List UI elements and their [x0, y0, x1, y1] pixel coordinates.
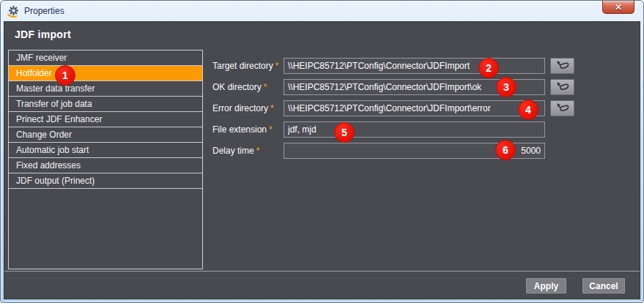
label-text: OK directory: [212, 82, 262, 92]
error-directory-input[interactable]: [284, 100, 545, 116]
close-icon: ✕: [615, 3, 622, 12]
required-marker: *: [270, 103, 274, 113]
target-directory-label: Target directory*: [212, 61, 278, 71]
sidebar-item-transfer-of-job-data[interactable]: Transfer of job data: [9, 97, 202, 112]
sidebar-item-prinect-jdf-enhancer[interactable]: Prinect JDF Enhancer: [9, 112, 202, 127]
label-text: Delay time: [212, 146, 254, 156]
window-title: Properties: [24, 6, 64, 16]
label-text: File extension: [212, 124, 267, 135]
browse-hand-icon: [556, 102, 569, 114]
delay-time-label: Delay time*: [212, 146, 259, 156]
sidebar: JMF receiver Hotfolder Master data trans…: [8, 50, 203, 269]
required-marker: *: [269, 124, 273, 135]
annotation-badge-4: 4: [518, 100, 538, 120]
required-marker: *: [264, 82, 267, 92]
sidebar-item-change-order[interactable]: Change Order: [9, 127, 202, 143]
footer-divider: [4, 271, 640, 272]
titlebar[interactable]: Properties ✕: [1, 1, 643, 21]
cancel-button[interactable]: Cancel: [582, 278, 625, 293]
apply-button[interactable]: Apply: [526, 278, 566, 293]
file-extension-label: File extension*: [212, 124, 273, 135]
annotation-badge-3: 3: [496, 77, 517, 97]
sidebar-item-jdf-output-prinect[interactable]: JDF output (Prinect): [9, 173, 202, 189]
required-marker: *: [275, 61, 279, 71]
properties-dialog: Properties ✕ JDF import JMF receiver Hot…: [0, 0, 644, 303]
error-directory-browse-button[interactable]: [550, 100, 574, 116]
sidebar-item-jmf-receiver[interactable]: JMF receiver: [9, 50, 202, 66]
annotation-badge-5: 5: [334, 122, 355, 143]
browse-hand-icon: [556, 81, 569, 93]
sidebar-item-automatic-job-start[interactable]: Automatic job start: [9, 143, 202, 158]
sidebar-item-fixed-addresses[interactable]: Fixed addresses: [9, 158, 202, 173]
label-text: Error directory: [212, 103, 268, 113]
target-directory-browse-button[interactable]: [550, 58, 574, 74]
browse-hand-icon: [556, 60, 569, 72]
prinect-logo-icon: [7, 4, 20, 18]
file-extension-input[interactable]: [284, 121, 545, 138]
label-text: Target directory: [212, 61, 273, 71]
annotation-badge-6: 6: [495, 140, 516, 160]
ok-directory-label: OK directory*: [212, 82, 267, 92]
sidebar-item-hotfolder[interactable]: Hotfolder: [9, 66, 202, 81]
sidebar-item-master-data-transfer[interactable]: Master data transfer: [9, 81, 202, 97]
annotation-badge-1: 1: [55, 65, 75, 86]
close-button[interactable]: ✕: [602, 1, 634, 14]
error-directory-label: Error directory*: [212, 103, 274, 113]
target-directory-input[interactable]: [284, 58, 545, 74]
annotation-badge-2: 2: [478, 58, 499, 78]
required-marker: *: [256, 146, 260, 156]
ok-directory-browse-button[interactable]: [550, 79, 574, 95]
dialog-content: JDF import JMF receiver Hotfolder Master…: [4, 21, 640, 299]
page-title: JDF import: [15, 29, 71, 40]
